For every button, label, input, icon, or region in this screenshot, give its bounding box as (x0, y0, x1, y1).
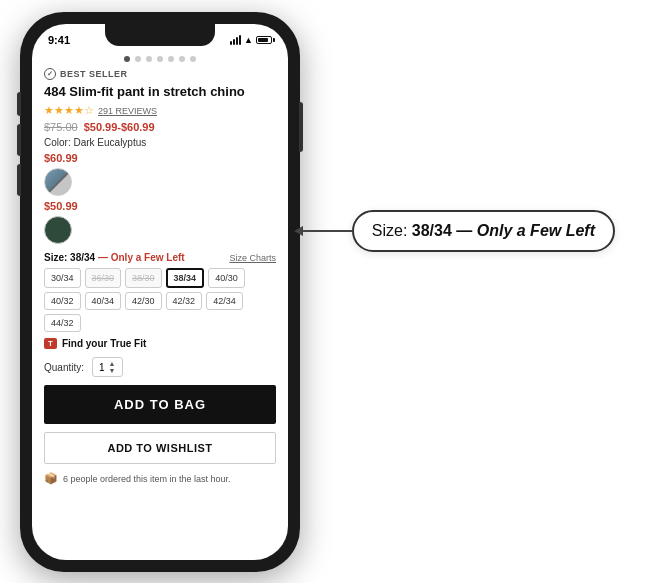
star-rating: ★★★★☆ (44, 104, 94, 117)
callout-arrow (302, 230, 352, 232)
size-header: Size: 38/34 — Only a Few Left Size Chart… (44, 252, 276, 263)
size-btn-38-30[interactable]: 38/30 (125, 268, 162, 288)
size-btn-42-34[interactable]: 42/34 (206, 292, 243, 310)
volume-down-button (17, 164, 21, 196)
dot-2 (135, 56, 141, 62)
order-notice: 📦 6 people ordered this item in the last… (44, 472, 276, 495)
size-btn-40-34[interactable]: 40/34 (85, 292, 122, 310)
reviews-link[interactable]: 291 REVIEWS (98, 106, 157, 116)
wifi-icon: ▲ (244, 35, 253, 45)
size-label: Size: 38/34 — Only a Few Left (44, 252, 185, 263)
size-section: Size: 38/34 — Only a Few Left Size Chart… (44, 252, 276, 332)
dot-4 (157, 56, 163, 62)
order-notice-text: 6 people ordered this item in the last h… (63, 474, 231, 484)
page-dots (32, 52, 288, 68)
size-label-text: Size: 38/34 (44, 252, 95, 263)
phone-frame: 9:41 ▲ (20, 12, 300, 572)
signal-icon (230, 35, 241, 45)
product-title: 484 Slim-fit pant in stretch chino (44, 84, 276, 101)
few-left-label: — Only a Few Left (98, 252, 185, 263)
size-btn-40-30[interactable]: 40/30 (208, 268, 245, 288)
size-btn-44-32[interactable]: 44/32 (44, 314, 81, 332)
best-seller-label: BEST SELLER (60, 69, 128, 79)
callout-few-left: Only a Few Left (477, 222, 595, 239)
dot-7 (190, 56, 196, 62)
battery-icon (256, 36, 272, 44)
notch (105, 24, 215, 46)
best-seller-icon: ✓ (44, 68, 56, 80)
phone-screen: 9:41 ▲ (32, 24, 288, 560)
size-btn-38-34[interactable]: 38/34 (166, 268, 205, 288)
size-grid: 30/34 36/30 38/30 38/34 40/30 40/32 40/3… (44, 268, 276, 332)
callout-dash: — (452, 222, 477, 239)
color1-price: $60.99 (44, 152, 276, 164)
status-time: 9:41 (48, 34, 70, 46)
color-swatch-1[interactable] (44, 168, 72, 196)
callout-size: 38/34 (412, 222, 452, 239)
size-chart-link[interactable]: Size Charts (229, 253, 276, 263)
size-btn-40-32[interactable]: 40/32 (44, 292, 81, 310)
size-btn-42-32[interactable]: 42/32 (166, 292, 203, 310)
size-callout: Size: 38/34 — Only a Few Left (352, 210, 615, 252)
true-fit-row[interactable]: T Find your True Fit (44, 338, 276, 349)
quantity-label: Quantity: (44, 362, 84, 373)
add-to-bag-button[interactable]: ADD TO BAG (44, 385, 276, 424)
spinner-up[interactable]: ▲ (109, 360, 116, 367)
size-btn-30-34[interactable]: 30/34 (44, 268, 81, 288)
spinner-down[interactable]: ▼ (109, 367, 116, 374)
original-price: $75.00 (44, 121, 78, 133)
dot-3 (146, 56, 152, 62)
product-content: ✓ BEST SELLER 484 Slim-fit pant in stret… (32, 68, 288, 536)
stars-row: ★★★★☆ 291 REVIEWS (44, 104, 276, 117)
scene: 9:41 ▲ (0, 0, 645, 583)
add-to-wishlist-button[interactable]: ADD TO WISHLIST (44, 432, 276, 464)
true-fit-label: Find your True Fit (62, 338, 146, 349)
color2-price: $50.99 (44, 200, 276, 212)
sale-price-range: $50.99-$60.99 (84, 121, 155, 133)
color-label: Color: Dark Eucalyptus (44, 137, 276, 148)
quantity-spinner[interactable]: 1 ▲ ▼ (92, 357, 123, 377)
status-icons: ▲ (230, 35, 272, 45)
dot-6 (179, 56, 185, 62)
quantity-value: 1 (99, 362, 105, 373)
callout-label: Size: (372, 222, 412, 239)
price-row: $75.00 $50.99-$60.99 (44, 121, 276, 133)
mute-button (17, 92, 21, 116)
spinner-arrows[interactable]: ▲ ▼ (109, 360, 116, 374)
dot-5 (168, 56, 174, 62)
quantity-row: Quantity: 1 ▲ ▼ (44, 357, 276, 377)
size-btn-36-30[interactable]: 36/30 (85, 268, 122, 288)
best-seller-badge: ✓ BEST SELLER (44, 68, 276, 80)
size-btn-42-30[interactable]: 42/30 (125, 292, 162, 310)
dot-1 (124, 56, 130, 62)
volume-up-button (17, 124, 21, 156)
callout-text: Size: 38/34 — Only a Few Left (372, 222, 595, 239)
true-fit-icon: T (44, 338, 57, 349)
power-button (299, 102, 303, 152)
clock-icon: 📦 (44, 472, 58, 485)
color-swatch-2[interactable] (44, 216, 72, 244)
